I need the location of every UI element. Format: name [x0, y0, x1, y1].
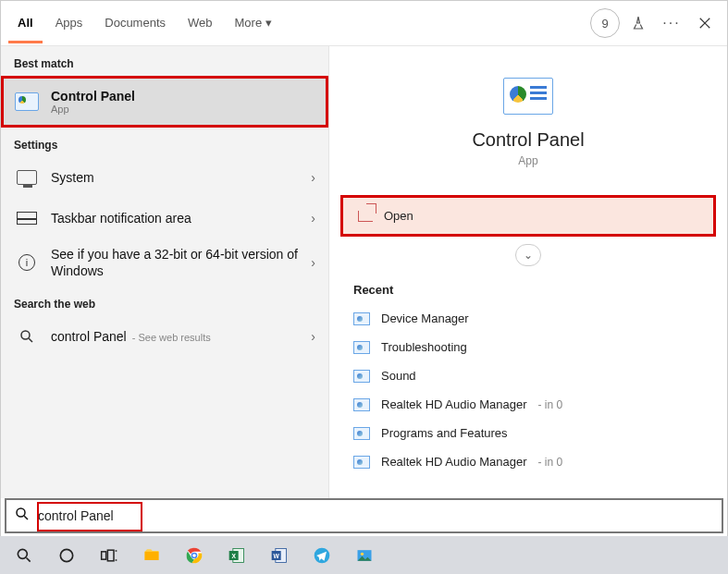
open-label: Open: [384, 209, 413, 223]
body-split: Best match Control Panel App Settings Sy…: [1, 46, 727, 498]
taskbar-cortana-button[interactable]: [48, 540, 85, 571]
taskbar: X W: [0, 536, 728, 574]
svg-text:X: X: [231, 552, 236, 558]
results-column: Best match Control Panel App Settings Sy…: [1, 46, 329, 498]
search-icon: [14, 506, 31, 526]
settings-label: Settings: [1, 128, 328, 157]
recent-item[interactable]: Realtek HD Audio Manager - in 0: [335, 447, 722, 476]
search-panel: All Apps Documents Web More ▾ 9 ··· Best…: [0, 0, 728, 574]
feedback-icon[interactable]: [623, 8, 653, 38]
recent-item-icon: [353, 312, 370, 325]
preview-pane: Control Panel App Open ⌄ Recent Device M…: [335, 52, 722, 476]
tab-web[interactable]: Web: [179, 3, 222, 43]
taskbar-taskview-button[interactable]: [91, 540, 128, 571]
recent-item-label: Realtek HD Audio Manager: [381, 397, 527, 411]
result-title: Control Panel: [51, 89, 315, 104]
svg-point-6: [18, 549, 27, 558]
web-result-row[interactable]: control Panel - See web results ›: [1, 316, 328, 357]
recent-item-label: Sound: [381, 369, 416, 383]
preview-title: Control Panel: [335, 129, 722, 151]
recent-item-icon: [353, 427, 370, 440]
svg-rect-10: [107, 550, 114, 561]
recent-item-icon: [353, 341, 370, 354]
settings-item-label: System: [51, 170, 300, 185]
taskbar-photos-button[interactable]: [346, 540, 383, 571]
chevron-right-icon: ›: [311, 170, 315, 185]
control-panel-large-icon: [503, 78, 553, 115]
recent-label: Recent: [335, 266, 722, 304]
svg-point-15: [192, 554, 196, 557]
control-panel-icon: [14, 89, 40, 115]
recent-item-label: Programs and Features: [381, 426, 508, 440]
recent-item[interactable]: Device Manager: [335, 304, 722, 333]
recent-item-label: Realtek HD Audio Manager: [381, 455, 527, 469]
svg-point-2: [21, 331, 30, 339]
open-icon: [358, 211, 373, 222]
monitor-icon: [14, 165, 40, 190]
chevron-right-icon: ›: [311, 329, 315, 344]
result-text: Control Panel App: [51, 89, 315, 115]
best-match-label: Best match: [1, 46, 328, 76]
search-icon: [14, 324, 40, 349]
tab-apps[interactable]: Apps: [46, 3, 93, 43]
result-subtitle: App: [51, 104, 315, 115]
search-web-label: Search the web: [1, 287, 328, 316]
svg-text:W: W: [274, 552, 280, 558]
recent-item-label: Device Manager: [381, 311, 469, 325]
open-action[interactable]: Open: [340, 195, 716, 237]
recent-item-icon: [353, 398, 370, 411]
tab-documents[interactable]: Documents: [95, 3, 175, 43]
taskbar-explorer-button[interactable]: [133, 540, 170, 571]
svg-point-4: [17, 508, 25, 517]
svg-rect-9: [102, 551, 106, 558]
preview-column: Control Panel App Open ⌄ Recent Device M…: [329, 46, 727, 498]
recent-item[interactable]: Troubleshooting: [335, 333, 722, 361]
preview-subtitle: App: [335, 154, 722, 167]
chevron-right-icon: ›: [311, 211, 315, 226]
settings-item-bitness[interactable]: i See if you have a 32-bit or 64-bit ver…: [1, 238, 328, 287]
recent-item-suffix: - in 0: [538, 456, 563, 469]
svg-point-8: [60, 549, 72, 561]
recent-item[interactable]: Sound: [335, 361, 722, 390]
settings-item-system[interactable]: System ›: [1, 157, 328, 198]
header-count-badge[interactable]: 9: [590, 8, 620, 38]
svg-point-24: [361, 552, 364, 555]
search-input-row: [5, 498, 723, 533]
expand-toggle[interactable]: ⌄: [515, 244, 541, 266]
web-result-hint: - See web results: [132, 332, 211, 343]
settings-item-taskbar[interactable]: Taskbar notification area ›: [1, 198, 328, 238]
best-match-result[interactable]: Control Panel App: [1, 76, 328, 128]
tab-more-label: More: [235, 16, 263, 30]
tab-all[interactable]: All: [8, 3, 43, 43]
recent-item[interactable]: Programs and Features: [335, 419, 722, 447]
settings-item-label: See if you have a 32-bit or 64-bit versi…: [51, 246, 300, 279]
recent-item-label: Troubleshooting: [381, 340, 467, 354]
recent-item-icon: [353, 456, 370, 469]
taskbar-excel-button[interactable]: X: [218, 540, 255, 571]
taskbar-search-button[interactable]: [6, 540, 43, 571]
svg-line-7: [27, 557, 31, 561]
svg-line-5: [24, 516, 28, 519]
chevron-right-icon: ›: [311, 255, 315, 270]
close-icon[interactable]: [690, 8, 720, 38]
info-icon: i: [14, 250, 40, 275]
settings-item-label: Taskbar notification area: [51, 211, 300, 226]
web-result-title: control Panel: [51, 329, 127, 344]
recent-item-suffix: - in 0: [538, 398, 563, 411]
tab-more[interactable]: More ▾: [226, 3, 282, 43]
taskbar-word-button[interactable]: W: [261, 540, 298, 571]
chevron-down-icon: ▾: [265, 16, 272, 30]
chevron-down-icon: ⌄: [524, 249, 533, 262]
search-input[interactable]: [38, 508, 714, 523]
recent-item[interactable]: Realtek HD Audio Manager - in 0: [335, 390, 722, 419]
taskbar-icon: [14, 205, 40, 231]
recent-item-icon: [353, 370, 370, 383]
taskbar-chrome-button[interactable]: [176, 540, 213, 571]
svg-line-3: [29, 339, 32, 343]
tabs-row: All Apps Documents Web More ▾ 9 ···: [1, 1, 727, 46]
taskbar-telegram-button[interactable]: [303, 540, 340, 571]
more-options-icon[interactable]: ···: [657, 8, 686, 38]
